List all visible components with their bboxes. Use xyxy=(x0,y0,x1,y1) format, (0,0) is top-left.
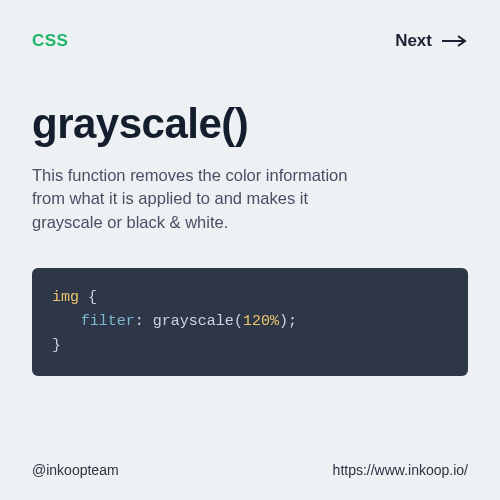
code-property: filter xyxy=(81,313,135,330)
code-selector: img xyxy=(52,289,79,306)
header: CSS Next xyxy=(32,30,468,52)
code-paren-open: ( xyxy=(234,313,243,330)
code-line-2: filter: grayscale(120%); xyxy=(52,310,448,334)
code-semicolon: ; xyxy=(288,313,297,330)
page-title: grayscale() xyxy=(32,100,468,148)
next-label: Next xyxy=(395,31,432,51)
code-line-1: img { xyxy=(52,286,448,310)
code-block: img { filter: grayscale(120%); } xyxy=(32,268,468,376)
code-paren-close: ) xyxy=(279,313,288,330)
next-button[interactable]: Next xyxy=(395,30,468,52)
code-value: 120% xyxy=(243,313,279,330)
code-line-3: } xyxy=(52,334,448,358)
footer: @inkoopteam https://www.inkoop.io/ xyxy=(32,462,468,478)
code-colon: : xyxy=(135,313,144,330)
website-url: https://www.inkoop.io/ xyxy=(333,462,468,478)
social-handle: @inkoopteam xyxy=(32,462,119,478)
code-brace-open: { xyxy=(88,289,97,306)
arrow-right-icon xyxy=(442,29,468,51)
code-brace-close: } xyxy=(52,337,61,354)
description-text: This function removes the color informat… xyxy=(32,164,372,234)
category-badge: CSS xyxy=(32,31,68,51)
code-func-name: grayscale xyxy=(153,313,234,330)
